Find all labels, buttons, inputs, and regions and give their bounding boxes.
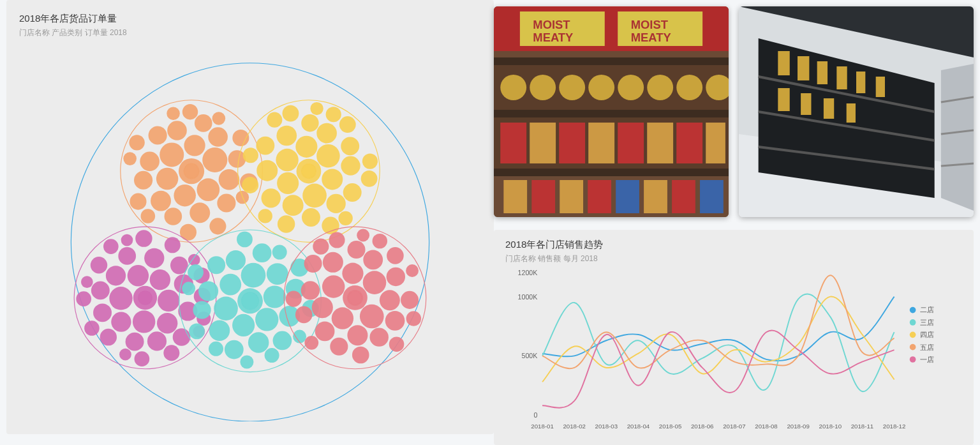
svg-rect-245 — [817, 61, 828, 84]
svg-point-68 — [326, 107, 341, 122]
svg-rect-220 — [559, 123, 585, 163]
svg-point-140 — [193, 301, 211, 319]
svg-text:2018-05: 2018-05 — [659, 423, 681, 430]
svg-rect-232 — [616, 180, 639, 213]
svg-point-18 — [228, 150, 246, 168]
svg-point-120 — [188, 254, 200, 266]
svg-point-178 — [401, 291, 419, 309]
svg-point-3 — [202, 147, 227, 172]
svg-point-63 — [283, 105, 299, 122]
svg-point-92 — [147, 331, 167, 351]
svg-point-193 — [357, 229, 369, 242]
svg-point-124 — [241, 263, 266, 288]
svg-point-171 — [385, 311, 405, 331]
svg-point-89 — [144, 248, 164, 268]
svg-point-31 — [141, 209, 156, 223]
svg-point-60 — [278, 215, 295, 232]
svg-point-154 — [209, 342, 223, 356]
svg-rect-247 — [856, 72, 865, 93]
svg-text:MEATY: MEATY — [631, 31, 671, 44]
svg-text:三店: 三店 — [920, 319, 934, 326]
svg-point-16 — [134, 171, 152, 190]
svg-rect-218 — [500, 123, 526, 163]
svg-text:2018-10: 2018-10 — [819, 423, 842, 430]
svg-point-26 — [182, 104, 198, 119]
svg-point-176 — [330, 338, 348, 356]
svg-point-118 — [81, 276, 93, 288]
svg-text:2018-08: 2018-08 — [755, 423, 777, 430]
svg-point-135 — [226, 250, 246, 270]
svg-point-23 — [209, 218, 226, 234]
svg-point-169 — [363, 250, 383, 270]
svg-point-148 — [189, 323, 205, 339]
svg-point-210 — [559, 75, 585, 100]
svg-marker-253 — [941, 64, 974, 211]
images-row: MOIST MEATY MOIST MEATY — [494, 0, 974, 217]
svg-point-50 — [276, 126, 297, 146]
svg-point-94 — [93, 303, 112, 322]
svg-point-39 — [185, 165, 198, 178]
store-image-1: MOIST MEATY MOIST MEATY — [494, 6, 729, 217]
svg-point-51 — [316, 123, 337, 144]
svg-point-78 — [302, 165, 315, 177]
svg-point-12 — [140, 151, 160, 171]
svg-point-108 — [76, 291, 91, 306]
svg-point-130 — [267, 263, 288, 285]
svg-point-208 — [500, 75, 526, 100]
svg-point-99 — [100, 329, 117, 345]
svg-rect-250 — [801, 93, 811, 115]
svg-point-188 — [389, 336, 404, 351]
svg-rect-249 — [778, 88, 789, 111]
svg-point-117 — [119, 349, 131, 361]
svg-point-53 — [327, 194, 346, 213]
svg-point-75 — [310, 102, 323, 115]
svg-point-281 — [910, 356, 916, 363]
svg-point-102 — [135, 230, 152, 246]
svg-point-55 — [302, 208, 320, 227]
svg-point-141 — [207, 256, 225, 274]
svg-point-213 — [647, 75, 673, 100]
svg-text:2018-02: 2018-02 — [563, 423, 585, 430]
svg-point-126 — [255, 308, 278, 331]
svg-point-65 — [361, 170, 378, 187]
svg-point-181 — [387, 247, 404, 264]
svg-point-189 — [304, 336, 318, 350]
svg-rect-219 — [530, 123, 556, 163]
line-card: 2018年各门店销售趋势 门店名称 销售额 每月 2018 0500K1000K… — [494, 230, 974, 445]
svg-point-8 — [184, 135, 205, 156]
svg-rect-233 — [644, 180, 667, 213]
svg-point-88 — [106, 266, 126, 285]
svg-point-125 — [214, 296, 238, 321]
svg-rect-223 — [647, 123, 673, 163]
svg-text:500K: 500K — [521, 352, 537, 359]
svg-point-166 — [380, 290, 400, 310]
svg-rect-228 — [503, 180, 527, 213]
svg-text:2018-11: 2018-11 — [851, 423, 873, 430]
svg-point-273 — [910, 307, 916, 313]
svg-rect-231 — [588, 180, 611, 213]
svg-rect-234 — [672, 180, 695, 213]
svg-point-13 — [167, 121, 187, 140]
svg-rect-235 — [700, 180, 724, 213]
svg-point-109 — [103, 239, 119, 254]
svg-text:五店: 五店 — [920, 343, 934, 351]
svg-text:2018-07: 2018-07 — [723, 423, 745, 430]
svg-point-83 — [158, 290, 179, 312]
svg-point-155 — [293, 330, 306, 343]
svg-point-93 — [126, 333, 144, 351]
svg-point-85 — [150, 269, 170, 290]
svg-point-95 — [91, 281, 110, 299]
circle-packing-chart[interactable] — [19, 38, 481, 421]
svg-point-22 — [232, 130, 249, 146]
svg-point-179 — [295, 306, 313, 324]
svg-point-62 — [242, 177, 258, 193]
svg-point-19 — [165, 207, 182, 225]
svg-point-128 — [232, 314, 255, 336]
line-chart[interactable]: 0500K1000K1200K2018-012018-022018-032018… — [505, 264, 962, 436]
svg-point-187 — [406, 311, 421, 326]
svg-rect-216 — [494, 110, 729, 117]
svg-text:2018-12: 2018-12 — [883, 423, 905, 430]
svg-rect-206 — [494, 57, 729, 65]
store-image-2 — [739, 6, 974, 217]
svg-point-129 — [219, 274, 241, 296]
